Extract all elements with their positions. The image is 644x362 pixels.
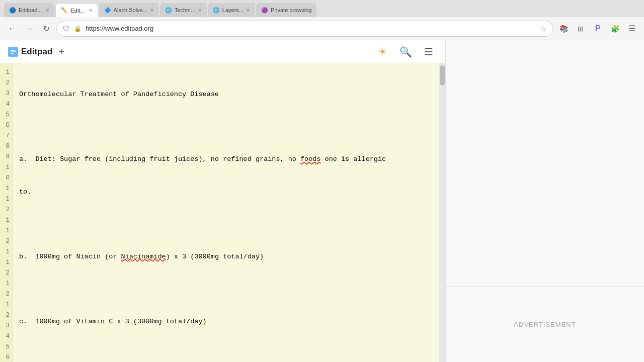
- bookmarks-button[interactable]: 📚: [556, 22, 571, 36]
- line-num: 5: [3, 342, 10, 352]
- line-3: a. Diet: Sugar free (including fruit jui…: [19, 154, 433, 165]
- line-8: c. 1000mg of Vitamin C x 3 (3000mg total…: [19, 316, 433, 327]
- nav-bar: ← → ↻ 🛡 🔒 ☆ 📚 ⊞ P 🧩 ☰: [0, 17, 644, 40]
- sync-button[interactable]: P: [591, 22, 605, 36]
- ad-panel: ADVERTISEMENT: [445, 40, 644, 362]
- line-num: 1: [3, 279, 10, 289]
- browser-menu-button[interactable]: ☰: [625, 22, 639, 36]
- tab-techni-close[interactable]: ✕: [198, 8, 202, 13]
- address-bar[interactable]: 🛡 🔒 ☆: [56, 21, 553, 37]
- tab-alach[interactable]: 🔷 Alach Solve... ✕: [99, 3, 159, 17]
- tab-edit-close[interactable]: ✕: [89, 8, 93, 13]
- tab-bar: 🔵 Editpad... ✕ ✏️ Edit... ✕ 🔷 Alach Solv…: [0, 0, 644, 17]
- tab-layers-label: Layers...: [222, 7, 244, 13]
- tab-techni[interactable]: 🌐 Techni... ✕: [160, 3, 207, 17]
- forward-button[interactable]: →: [22, 22, 36, 36]
- line-num: 1: [3, 194, 10, 205]
- line-num: 6: [3, 120, 10, 131]
- tab-manager-button[interactable]: ⊞: [574, 22, 588, 36]
- text-editor: 1 2 3 4 5 6 7 8 9 1 0 1 1 2 1 1 2 1 1 2: [0, 63, 445, 362]
- shield-icon: 🛡: [63, 25, 70, 33]
- star-icon[interactable]: ☆: [540, 25, 547, 33]
- line-num: 2: [3, 205, 10, 215]
- editpad-menu-button[interactable]: ☰: [420, 43, 437, 60]
- line-num: 1: [3, 67, 10, 78]
- line-num: 2: [3, 236, 10, 247]
- line-num: 1: [3, 162, 10, 173]
- new-tab-button[interactable]: +: [58, 47, 64, 57]
- editor-side: Editpad + ☀ 🔍 ☰ 1 2 3 4 5 6 7 8 9 1 0: [0, 40, 445, 362]
- line-num: 5: [3, 110, 10, 120]
- line-num: 9: [3, 152, 10, 162]
- scrollbar-track[interactable]: [439, 63, 445, 362]
- line-4: to.: [19, 187, 433, 198]
- line-num: 2: [3, 289, 10, 300]
- line-num: 3: [3, 88, 10, 99]
- back-button[interactable]: ←: [5, 22, 19, 36]
- tab-edit-active[interactable]: ✏️ Edit... ✕: [55, 3, 98, 17]
- ad-top-space: [446, 40, 644, 287]
- browser-chrome: 🔵 Editpad... ✕ ✏️ Edit... ✕ 🔷 Alach Solv…: [0, 0, 644, 40]
- editpad-logo: Editpad: [8, 47, 52, 57]
- tab-techni-label: Techni...: [175, 7, 195, 13]
- logo-icon: [8, 47, 18, 57]
- tab-alach-close[interactable]: ✕: [150, 8, 154, 13]
- tab-private[interactable]: 🟣 Private browsing: [256, 3, 316, 17]
- line-2: [19, 122, 433, 132]
- refresh-button[interactable]: ↻: [39, 22, 53, 36]
- line-1: Orthomolecular Treatment of Pandeficienc…: [19, 89, 433, 100]
- line-num: 1: [3, 184, 10, 194]
- line-num: 1: [3, 300, 10, 310]
- line-num: 1: [3, 226, 10, 236]
- line-num: 7: [3, 131, 10, 141]
- tab-techni-icon: 🌐: [165, 7, 172, 14]
- lock-icon: 🔒: [74, 25, 82, 32]
- line-7: [19, 284, 433, 295]
- tab-alach-label: Alach Solve...: [114, 7, 147, 13]
- line-9: [19, 349, 433, 359]
- editor-content[interactable]: Orthomolecular Treatment of Pandeficienc…: [13, 63, 439, 362]
- line-num: 4: [3, 331, 10, 342]
- line-numbers: 1 2 3 4 5 6 7 8 9 1 0 1 1 2 1 1 2 1 1 2: [0, 63, 13, 362]
- line-num: 1: [3, 247, 10, 257]
- line-num: 8: [3, 141, 10, 152]
- line-num: 4: [3, 99, 10, 110]
- line-num: 2: [3, 310, 10, 321]
- line-num: 2: [3, 268, 10, 279]
- editpad-title: Editpad: [21, 47, 52, 57]
- tab-close[interactable]: ✕: [45, 8, 49, 13]
- tab-private-icon: 🟣: [261, 7, 268, 14]
- ad-bottom: ADVERTISEMENT: [446, 287, 644, 362]
- tab-layers-icon: 🌐: [213, 7, 220, 14]
- tab-private-label: Private browsing: [271, 7, 311, 13]
- tab-layers-close[interactable]: ✕: [246, 8, 250, 13]
- extensions-button[interactable]: 🧩: [608, 22, 622, 36]
- url-input[interactable]: [86, 25, 536, 32]
- tab-alach-icon: 🔷: [104, 7, 111, 14]
- advertisement-label: ADVERTISEMENT: [514, 321, 576, 328]
- line-num: 3: [3, 321, 10, 331]
- tab-editpad[interactable]: 🔵 Editpad... ✕: [4, 3, 54, 17]
- line-num: 6: [3, 352, 10, 362]
- search-button[interactable]: 🔍: [397, 43, 414, 60]
- line-num: 1: [3, 257, 10, 268]
- tab-label: Editpad...: [19, 7, 42, 13]
- scrollbar-thumb[interactable]: [440, 65, 445, 85]
- tab-layers[interactable]: 🌐 Layers... ✕: [208, 3, 255, 17]
- line-num: 1: [3, 215, 10, 226]
- editpad-header: Editpad + ☀ 🔍 ☰: [0, 40, 445, 63]
- tab-edit-label: Edit...: [70, 8, 85, 14]
- tab-edit-icon: ✏️: [61, 7, 68, 14]
- line-num: 2: [3, 78, 10, 88]
- main-content: Editpad + ☀ 🔍 ☰ 1 2 3 4 5 6 7 8 9 1 0: [0, 40, 644, 362]
- line-5: [19, 219, 433, 230]
- theme-toggle-button[interactable]: ☀: [374, 43, 391, 60]
- line-6: b. 1000mg of Niacin (or Niacinamide) x 3…: [19, 251, 433, 262]
- line-num: 0: [3, 173, 10, 184]
- tab-icon: 🔵: [9, 7, 16, 14]
